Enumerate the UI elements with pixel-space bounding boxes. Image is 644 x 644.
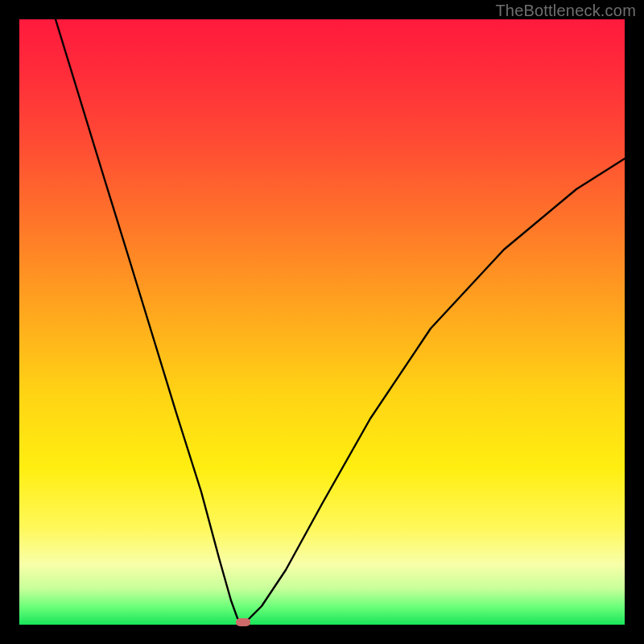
bottleneck-marker — [236, 618, 250, 626]
bottleneck-curve — [19, 19, 625, 625]
watermark-text: TheBottleneck.com — [495, 2, 636, 20]
plot-area — [19, 19, 625, 625]
curve-path — [56, 19, 625, 625]
chart-frame: TheBottleneck.com — [0, 0, 644, 644]
